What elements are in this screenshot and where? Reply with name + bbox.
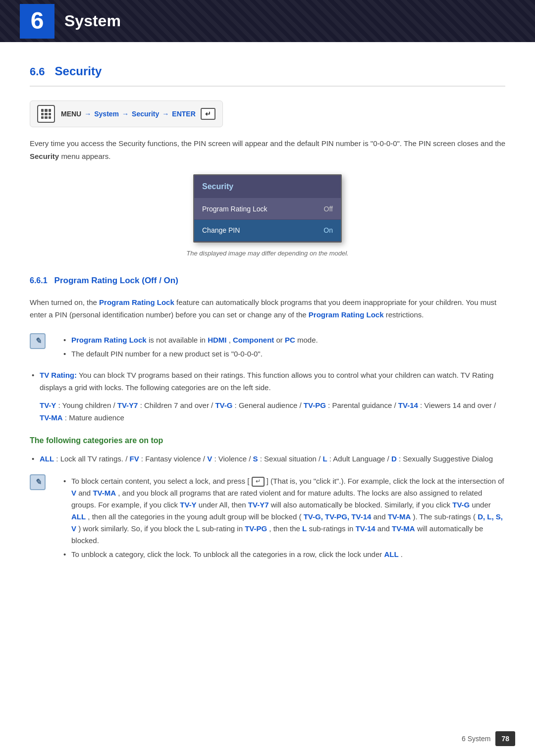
tv-rating-list: TV Rating: You can block TV programs bas… <box>30 369 505 424</box>
note-bullets-1: Program Rating Lock is not available in … <box>62 334 505 360</box>
menu-item-change-pin: Change PIN On <box>194 220 341 241</box>
subsection-number: 6.6.1 <box>30 274 48 287</box>
note-block-1: ✎ Program Rating Lock is not available i… <box>30 332 505 362</box>
menu-label: MENU <box>61 108 81 119</box>
change-pin-label: Change PIN <box>202 225 240 236</box>
nav-system: System <box>94 108 119 119</box>
chapter-title: System <box>64 8 121 34</box>
menu-navigation: MENU → System → Security → ENTER ↵ <box>30 101 223 127</box>
enter-icon: ↵ <box>201 108 215 120</box>
screenshot-caption: The displayed image may differ depending… <box>30 249 505 259</box>
page-header: 6 System <box>0 0 535 42</box>
all-bullet: ALL : Lock all TV ratings. / FV : Fantas… <box>30 453 505 465</box>
note-bullet-1a: Program Rating Lock is not available in … <box>62 334 505 346</box>
security-menu: Security Program Rating Lock Off Change … <box>193 174 342 242</box>
categories-heading: The following categories are on top <box>30 434 505 447</box>
section-title: Security <box>55 62 102 81</box>
note-icon-2: ✎ <box>30 474 46 490</box>
page-footer: 6 System 78 <box>462 731 515 746</box>
subsection-intro-paragraph: When turned on, the Program Rating Lock … <box>30 296 505 321</box>
subsection-heading: 6.6.1 Program Rating Lock (Off / On) <box>30 274 505 287</box>
note-bullet-2a: To block certain content, you select a l… <box>62 475 505 547</box>
nav-security: Security <box>132 108 159 119</box>
chapter-number: 6 <box>20 4 54 39</box>
note-bullet-2b: To unblock a category, click the lock. T… <box>62 549 505 560</box>
program-rating-lock-value: Off <box>324 203 333 214</box>
note-content-2: To block certain content, you select a l… <box>53 473 505 562</box>
subsection-title: Program Rating Lock (Off / On) <box>54 274 178 287</box>
menu-item-program-rating-lock: Program Rating Lock Off <box>194 199 341 220</box>
screenshot-container: Security Program Rating Lock Off Change … <box>30 174 505 242</box>
tv-rating-bullet: TV Rating: You can block TV programs bas… <box>30 369 505 424</box>
section-number: 6.6 <box>30 63 45 80</box>
change-pin-value: On <box>323 225 333 236</box>
nav-arrow-1: → <box>84 108 91 119</box>
enter-button-icon: ↵ <box>252 477 265 487</box>
nav-enter: ENTER <box>172 108 195 119</box>
note-bullet-1b: The default PIN number for a new product… <box>62 348 505 360</box>
note-icon-1: ✎ <box>30 333 46 349</box>
footer-label: 6 System <box>462 733 490 744</box>
note-block-2: ✎ To block certain content, you select a… <box>30 473 505 562</box>
nav-arrow-2: → <box>122 108 129 119</box>
program-rating-lock-label: Program Rating Lock <box>202 203 268 214</box>
security-menu-title: Security <box>194 175 341 199</box>
main-content: 6.6 Security MENU → System → Security → … <box>0 42 535 599</box>
section-heading: 6.6 Security <box>30 62 505 87</box>
note-content-1: Program Rating Lock is not available in … <box>53 332 505 362</box>
intro-paragraph: Every time you access the Security funct… <box>30 137 505 162</box>
menu-icon <box>37 105 55 123</box>
all-categories-list: ALL : Lock all TV ratings. / FV : Fantas… <box>30 453 505 465</box>
footer-page-number: 78 <box>495 731 515 746</box>
nav-arrow-3: → <box>162 108 169 119</box>
note-bullets-2: To block certain content, you select a l… <box>62 475 505 560</box>
